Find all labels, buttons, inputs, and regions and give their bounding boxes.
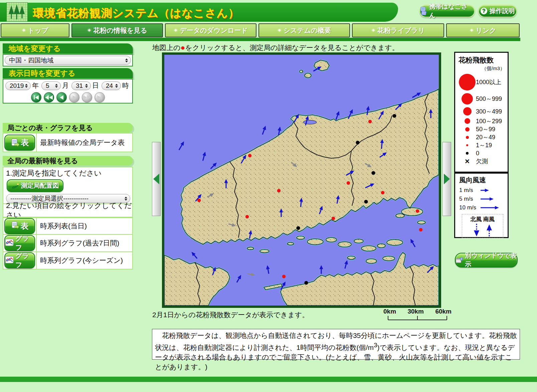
step1-text: 1.測定局を指定してください [6, 169, 130, 178]
first-button[interactable] [31, 92, 41, 103]
next-region-button[interactable] [442, 142, 451, 216]
action-rows: 表時系列表(当日)グラフ時系列グラフ(過去7日間)グラフ時系列グラフ(今シーズン… [3, 217, 133, 269]
phone-icon [420, 7, 427, 15]
station-marker[interactable] [304, 281, 308, 284]
nav-tabs: ✦トップ✦花粉の情報を見る✦データのダウンロード✦システムの概要✦花粉ライブラリ… [1, 23, 520, 37]
station-marker[interactable] [347, 181, 350, 185]
last-button [95, 92, 105, 103]
station-marker[interactable] [277, 189, 281, 192]
station-marker[interactable] [248, 154, 251, 157]
station-marker[interactable] [364, 200, 368, 203]
tab-download[interactable]: ✦データのダウンロード [165, 23, 256, 37]
latest-section-header: 全局の最新時報を見る [3, 156, 133, 166]
sparkle-icon: ✦ [22, 27, 26, 33]
pollen-symbol [459, 74, 476, 90]
graph-icon [5, 256, 14, 265]
graph-season-button[interactable]: グラフ [4, 252, 35, 268]
open-new-window-button[interactable]: 別ウィンドウで表示 [455, 253, 518, 267]
hour-select[interactable]: 24 [102, 81, 121, 90]
playback-controls [3, 92, 132, 103]
tab-overview[interactable]: ✦システムの概要 [258, 23, 350, 37]
year-unit-label: 年 [32, 81, 39, 90]
table-today-button[interactable]: 表 [4, 218, 35, 234]
datetime-section-header: 表示日時を変更する [3, 68, 133, 78]
mobile-hanako-button[interactable]: 携帯はなこさん [419, 5, 475, 17]
region-select[interactable]: 中国・四国地域 [5, 56, 131, 65]
graph-7days-button[interactable]: グラフ [4, 235, 35, 251]
header-banner: 環境省花粉観測システム（はなこさん） [0, 3, 398, 22]
table-today-label: 時系列表(当日) [37, 218, 132, 234]
day-select[interactable]: 31 [71, 81, 91, 90]
station-marker[interactable] [332, 217, 335, 220]
station-marker[interactable] [197, 199, 201, 202]
station-section-header: 局ごとの表・グラフを見る [3, 123, 133, 133]
tab-pollen-info[interactable]: ✦花粉の情報を見る [71, 23, 163, 37]
month-value: 5 [46, 82, 49, 89]
fast-forward-button [82, 92, 92, 103]
pollen-symbol [459, 152, 476, 155]
wind-speed-label: 10 m/s [459, 204, 480, 211]
month-select[interactable]: 5 [41, 81, 61, 90]
map-instruction: 地図上の●をクリックすると、測定局の詳細なデータを見ることができます。 [152, 43, 399, 52]
graph-7days-button-label: グラフ [15, 234, 34, 252]
pollen-symbol [459, 136, 476, 139]
tab-top[interactable]: ✦トップ [1, 23, 69, 37]
spinner-icon [125, 197, 127, 201]
help-button[interactable]: ? 操作説明 [478, 5, 517, 17]
page: 環境省花粉観測システム（はなこさん） 携帯はなこさん ? 操作説明 ✦トップ✦花… [0, 0, 537, 392]
map-scale: 0km30km60km [383, 308, 452, 322]
station-marker[interactable] [416, 209, 419, 213]
pollen-legend-item: 1000以上 [459, 72, 506, 92]
south-wind-label: 南風 [483, 216, 495, 222]
japan-map-icon [11, 182, 19, 189]
tab-library[interactable]: ✦花粉ライブラリ [352, 23, 444, 37]
pollen-dot-red [466, 136, 469, 139]
all-table-label: 最新時報値の全局データ表 [37, 134, 132, 152]
station-marker[interactable] [419, 228, 422, 231]
pollen-map[interactable] [162, 52, 441, 308]
action-row-graph-season: グラフ時系列グラフ(今シーズン) [3, 252, 133, 269]
back-button[interactable] [56, 92, 67, 103]
pollen-dot-red [466, 144, 468, 146]
graph-7days-label: 時系列グラフ(過去7日間) [37, 235, 132, 251]
bottom-strip [0, 377, 537, 382]
sparkle-icon: ✦ [371, 27, 376, 33]
station-marker[interactable] [381, 191, 384, 194]
station-marker[interactable] [392, 114, 396, 118]
wind-arrow-icon [480, 188, 502, 193]
pollen-dot-red [459, 74, 476, 90]
tab-label: システムの概要 [284, 26, 331, 35]
spinner-icon [55, 84, 58, 88]
station-marker[interactable] [245, 215, 249, 218]
station-steps-box: 1.測定局を指定してください 測定局配置図 ----------測定局選択---… [3, 167, 133, 204]
spinner-icon [115, 84, 118, 88]
station-map-button[interactable]: 測定局配置図 [7, 179, 63, 192]
scale-label: 0km [383, 308, 396, 315]
wind-speed-label: 5 m/s [459, 196, 480, 202]
pollen-symbol [459, 127, 476, 132]
day-value: 31 [76, 82, 83, 89]
table-today-button-label: 表 [21, 221, 29, 231]
left-arrow-icon [153, 174, 159, 184]
tab-links[interactable]: ✦リンク [446, 23, 520, 37]
station-marker[interactable] [371, 171, 375, 175]
station-marker[interactable] [356, 141, 359, 144]
station-marker[interactable] [282, 275, 286, 278]
all-table-button[interactable]: 表 [4, 135, 35, 151]
graph-7days-button-cell: グラフ [3, 235, 37, 251]
pollen-symbol [459, 93, 476, 105]
station-marker[interactable] [368, 120, 372, 123]
tab-label: 花粉ライブラリ [377, 26, 425, 35]
wind-legend: 風向風速 1 m/s5 m/s10 m/s 北風 南風 [454, 173, 509, 238]
pollen-symbol [459, 144, 476, 146]
pollen-legend-item: ×欠測 [459, 157, 506, 165]
year-select[interactable]: 2019 [5, 81, 31, 90]
table-today-button-cell: 表 [3, 218, 37, 234]
rewind-button[interactable] [44, 92, 54, 103]
below-map-note: 2月1日からの花粉飛散数データが表示できます。 [152, 310, 309, 320]
station-marker[interactable] [296, 226, 300, 230]
prev-region-button[interactable] [152, 142, 161, 216]
pollen-dot-red [463, 107, 472, 116]
pollen-legend-label: 300～499 [476, 108, 502, 116]
sparkle-icon: ✦ [470, 27, 474, 33]
